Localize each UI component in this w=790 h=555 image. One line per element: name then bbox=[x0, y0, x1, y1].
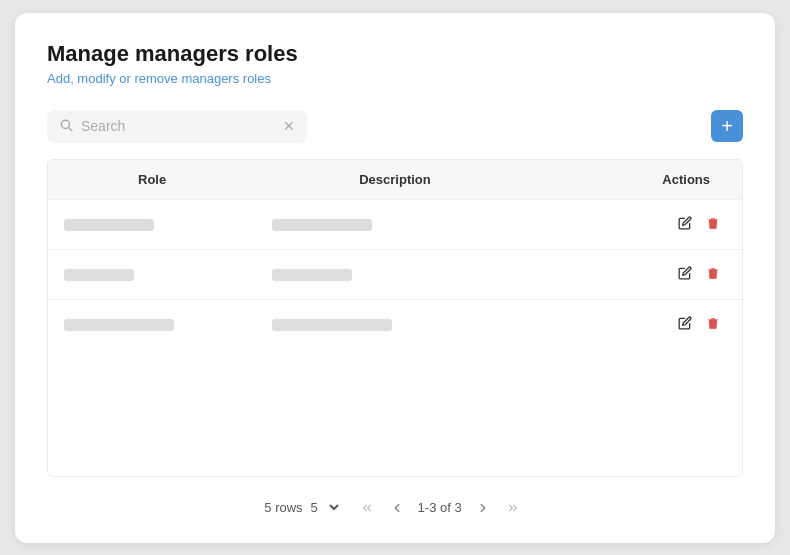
table-row bbox=[48, 299, 742, 349]
roles-table-wrap: Role Description Actions bbox=[47, 159, 743, 477]
role-cell bbox=[48, 299, 256, 349]
next-page-button[interactable] bbox=[470, 497, 496, 519]
delete-button[interactable] bbox=[704, 314, 722, 335]
add-button[interactable]: + bbox=[711, 110, 743, 142]
prev-page-button[interactable] bbox=[384, 497, 410, 519]
edit-button[interactable] bbox=[676, 314, 694, 335]
pagination-controls: 1-3 of 3 bbox=[354, 497, 526, 519]
pagination-label: 1-3 of 3 bbox=[414, 500, 466, 515]
column-header-actions: Actions bbox=[534, 160, 742, 200]
table-footer: 5 rows 5 10 25 50 1-3 of 3 bbox=[47, 497, 743, 519]
role-name-blurred bbox=[64, 219, 154, 231]
description-blurred bbox=[272, 319, 392, 331]
actions-cell bbox=[534, 249, 742, 299]
description-blurred bbox=[272, 269, 352, 281]
column-header-description: Description bbox=[256, 160, 534, 200]
svg-line-1 bbox=[69, 127, 72, 130]
role-cell bbox=[48, 249, 256, 299]
action-buttons bbox=[550, 264, 722, 285]
description-cell bbox=[256, 199, 534, 249]
last-page-button[interactable] bbox=[500, 497, 526, 519]
column-header-role: Role bbox=[48, 160, 256, 200]
actions-cell bbox=[534, 199, 742, 249]
search-icon bbox=[59, 118, 73, 135]
table-header-row: Role Description Actions bbox=[48, 160, 742, 200]
action-buttons bbox=[550, 314, 722, 335]
add-icon: + bbox=[721, 115, 733, 138]
roles-table: Role Description Actions bbox=[48, 160, 742, 349]
description-cell bbox=[256, 299, 534, 349]
edit-button[interactable] bbox=[676, 264, 694, 285]
description-cell bbox=[256, 249, 534, 299]
main-card: Manage managers roles Add, modify or rem… bbox=[15, 13, 775, 543]
delete-button[interactable] bbox=[704, 214, 722, 235]
page-title: Manage managers roles bbox=[47, 41, 743, 67]
role-name-blurred bbox=[64, 319, 174, 331]
delete-button[interactable] bbox=[704, 264, 722, 285]
search-box: ✕ bbox=[47, 110, 307, 143]
table-row bbox=[48, 199, 742, 249]
role-cell bbox=[48, 199, 256, 249]
table-row bbox=[48, 249, 742, 299]
action-buttons bbox=[550, 214, 722, 235]
page-subtitle: Add, modify or remove managers roles bbox=[47, 71, 743, 86]
rows-label: 5 rows bbox=[264, 500, 302, 515]
edit-button[interactable] bbox=[676, 214, 694, 235]
clear-icon[interactable]: ✕ bbox=[283, 118, 295, 134]
rows-dropdown[interactable]: 5 10 25 50 bbox=[307, 499, 342, 516]
actions-cell bbox=[534, 299, 742, 349]
toolbar: ✕ + bbox=[47, 110, 743, 143]
rows-per-page-select[interactable]: 5 rows 5 10 25 50 bbox=[264, 499, 341, 516]
description-blurred bbox=[272, 219, 372, 231]
search-input[interactable] bbox=[81, 118, 275, 134]
role-name-blurred bbox=[64, 269, 134, 281]
first-page-button[interactable] bbox=[354, 497, 380, 519]
